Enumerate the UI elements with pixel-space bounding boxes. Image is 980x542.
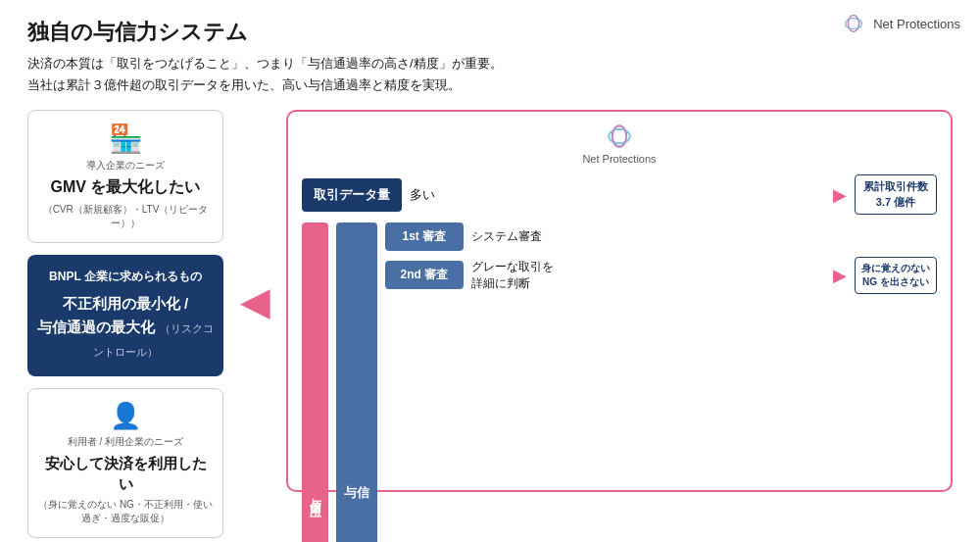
net-protections-logo-icon [840, 14, 867, 33]
left-panel: 🏪 導入企業のニーズ GMV を最大化したい （CVR（新規顧客）・LTV（リピ… [27, 110, 223, 492]
shinsa-rows: 1st 審査 システム審査 2nd 審査 グレーな取引を 詳細に判断 ▶ 身に覚… [385, 222, 937, 542]
store-icon: 🏪 [38, 123, 213, 155]
bnpl-title: BNPL 企業に求められるもの [37, 269, 214, 285]
logo-text: Net Protections [873, 17, 960, 31]
logo-area: Net Protections [840, 14, 960, 33]
gmv-card: 🏪 導入企業のニーズ GMV を最大化したい （CVR（新規顧客）・LTV（リピ… [27, 110, 223, 242]
shinsa-area: 与 信 力 向 上 与信 1st 審査 システム審査 [302, 222, 937, 542]
yoshin-col: 与 信 力 向 上 [302, 222, 328, 542]
right-logo-icon [602, 123, 637, 149]
right-panel: Net Protections 取引データ量 多い ▶ 累計取引件数 3.7 億… [286, 110, 953, 492]
second-shinsa-arrow-icon: ▶ [562, 265, 847, 286]
gmv-card-title: GMV を最大化したい [38, 176, 213, 198]
first-shinsa-row: 1st 審査 システム審査 [385, 222, 937, 251]
bnpl-card: BNPL 企業に求められるもの 不正利用の最小化 / 与信通過の最大化 （リスク… [27, 255, 223, 377]
second-shinsa-box: 2nd 審査 [385, 261, 464, 289]
second-shinsa-row: 2nd 審査 グレーな取引を 詳細に判断 ▶ 身に覚えのない NG を出さない [385, 257, 937, 294]
second-shinsa-desc: グレーな取引を 詳細に判断 [471, 259, 554, 292]
first-shinsa-desc: システム審査 [471, 228, 542, 245]
txn-data-box: 取引データ量 [302, 178, 402, 212]
first-shinsa-box: 1st 審査 [385, 222, 464, 251]
right-panel-logo: Net Protections [302, 123, 937, 165]
gmv-card-sub: （CVR（新規顧客）・LTV（リピーター）） [38, 203, 213, 230]
user-card: 👤 利用者 / 利用企業のニーズ 安心して決済を利用したい （身に覚えのない N… [27, 388, 223, 538]
txn-result-box: 累計取引件数 3.7 億件 [855, 174, 937, 215]
main-content: 🏪 導入企業のニーズ GMV を最大化したい （CVR（新規顧客）・LTV（リピ… [27, 110, 953, 492]
second-shinsa-result: 身に覚えのない NG を出さない [855, 257, 937, 294]
left-arrow-area: ◀ [237, 110, 272, 492]
user-card-sub: （身に覚えのない NG・不正利用・使い過ぎ・過度な販促） [38, 498, 213, 525]
yoshin-label-box: 与 信 力 向 上 [302, 222, 328, 542]
shinsa-label-vert: 与信 [336, 222, 377, 542]
right-logo-text: Net Protections [302, 153, 937, 165]
pink-left-arrow-icon: ◀ [240, 281, 270, 320]
txn-arrow-icon: ▶ [447, 184, 847, 206]
person-icon: 👤 [38, 401, 213, 431]
page-title: 独自の与信力システム [27, 18, 953, 47]
user-card-label: 利用者 / 利用企業のニーズ [38, 435, 213, 449]
txn-level: 多い [410, 186, 439, 204]
page: Net Protections 独自の与信力システム 決済の本質は「取引をつなげ… [0, 0, 980, 542]
header-subtitle: 決済の本質は「取引をつなげること」、つまり「与信通過率の高さ/精度」が重要。 当… [27, 53, 953, 96]
txn-data-row: 取引データ量 多い ▶ 累計取引件数 3.7 億件 [302, 174, 937, 215]
gmv-card-label: 導入企業のニーズ [38, 159, 213, 172]
user-card-title: 安心して決済を利用したい [38, 453, 213, 494]
bnpl-main1: 不正利用の最小化 / 与信通過の最大化 （リスクコントロール） [37, 292, 214, 363]
